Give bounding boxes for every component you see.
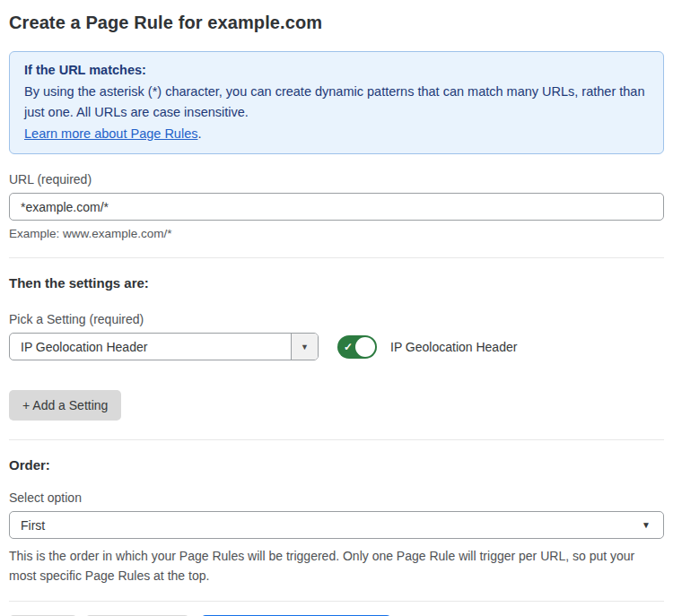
- setting-dropdown[interactable]: IP Geolocation Header ▼: [9, 333, 319, 360]
- divider: [9, 439, 664, 440]
- info-box-heading: If the URL matches:: [24, 60, 649, 82]
- url-field-label: URL (required): [9, 172, 664, 187]
- check-icon: ✓: [344, 342, 353, 352]
- setting-row: IP Geolocation Header ▼ ✓ IP Geolocation…: [9, 333, 664, 360]
- chevron-down-icon: ▼: [301, 343, 309, 351]
- toggle-label: IP Geolocation Header: [390, 340, 517, 354]
- chevron-down-icon: ▼: [642, 520, 651, 530]
- ip-geolocation-toggle[interactable]: ✓: [337, 335, 377, 359]
- order-helper-text: This is the order in which your Page Rul…: [9, 546, 664, 586]
- settings-section-heading: Then the settings are:: [9, 275, 664, 291]
- setting-dropdown-value: IP Geolocation Header: [10, 334, 291, 360]
- info-box-body: By using the asterisk (*) character, you…: [24, 82, 649, 124]
- pick-setting-label: Pick a Setting (required): [9, 312, 664, 326]
- url-example-helper: Example: www.example.com/*: [9, 227, 664, 240]
- add-setting-button[interactable]: + Add a Setting: [9, 390, 121, 421]
- setting-dropdown-arrow-button[interactable]: ▼: [291, 334, 318, 360]
- divider: [9, 601, 664, 602]
- select-option-label: Select option: [9, 490, 664, 505]
- info-box-link-line: Learn more about Page Rules.: [24, 124, 649, 145]
- page-title: Create a Page Rule for example.com: [9, 13, 664, 33]
- url-match-info-box: If the URL matches: By using the asteris…: [9, 51, 664, 154]
- learn-more-link[interactable]: Learn more about Page Rules: [24, 126, 197, 141]
- toggle-knob: [355, 337, 375, 357]
- link-suffix: .: [197, 126, 201, 141]
- order-select-value: First: [21, 518, 45, 533]
- order-select[interactable]: First ▼: [9, 511, 664, 539]
- order-section-heading: Order:: [9, 457, 664, 473]
- divider: [9, 257, 664, 258]
- page-rule-form: Create a Page Rule for example.com If th…: [0, 0, 673, 616]
- url-input[interactable]: [9, 193, 664, 221]
